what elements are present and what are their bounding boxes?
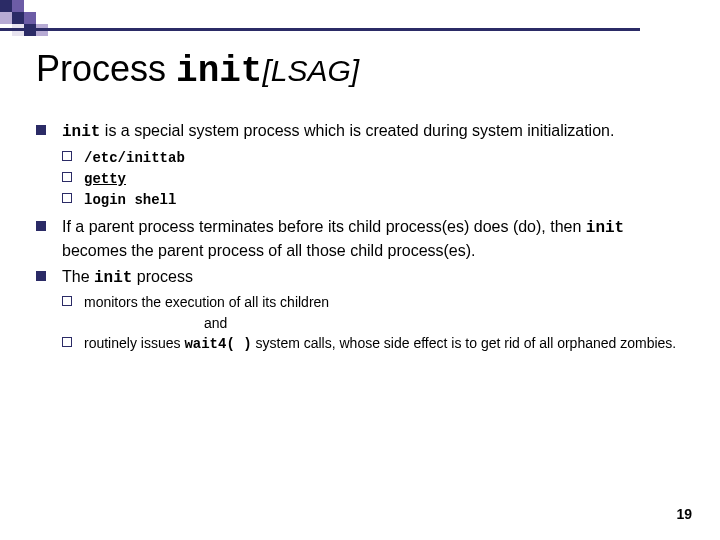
sub-monitors: monitors the execution of all its childr… [62,292,690,333]
sub-login-shell-text: login shell [84,192,176,208]
sub-inittab: /etc/inittab [62,147,690,168]
bullet-1-subs: /etc/inittab getty login shell [62,147,690,211]
and-connector: and [84,313,690,333]
sub-getty: getty [62,168,690,189]
bullet-3-subs: monitors the execution of all its childr… [62,292,690,354]
bullet-2-code: init [586,219,624,237]
bullet-1-code: init [62,123,100,141]
sub-wait4: routinely issues wait4( ) system calls, … [62,333,690,354]
top-rule [0,28,640,31]
sub-wait4-pre: routinely issues [84,335,184,351]
sub-getty-text: getty [84,171,126,187]
bullet-list: init is a special system process which i… [36,120,690,354]
title-prefix: Process [36,48,176,89]
title-suffix: [LSAG] [262,54,359,87]
bullet-3-t2: process [132,268,192,285]
page-number: 19 [676,506,692,522]
bullet-3: The init process monitors the execution … [36,266,690,354]
bullet-3-t1: The [62,268,94,285]
sub-inittab-text: /etc/inittab [84,150,185,166]
bullet-3-code: init [94,269,132,287]
slide-content: Process init[LSAG] init is a special sys… [36,48,690,360]
sub-wait4-code: wait4( ) [184,336,251,352]
title-code: init [176,51,262,92]
bullet-2-t1: If a parent process terminates before it… [62,218,586,235]
sub-monitors-text: monitors the execution of all its childr… [84,294,329,310]
bullet-2-t2: becomes the parent process of all those … [62,242,476,259]
sub-login-shell: login shell [62,189,690,210]
slide-title: Process init[LSAG] [36,48,690,92]
bullet-2: If a parent process terminates before it… [36,216,690,261]
bullet-1-text: is a special system process which is cre… [100,122,614,139]
bullet-1: init is a special system process which i… [36,120,690,210]
sub-wait4-post: system calls, whose side effect is to ge… [252,335,677,351]
